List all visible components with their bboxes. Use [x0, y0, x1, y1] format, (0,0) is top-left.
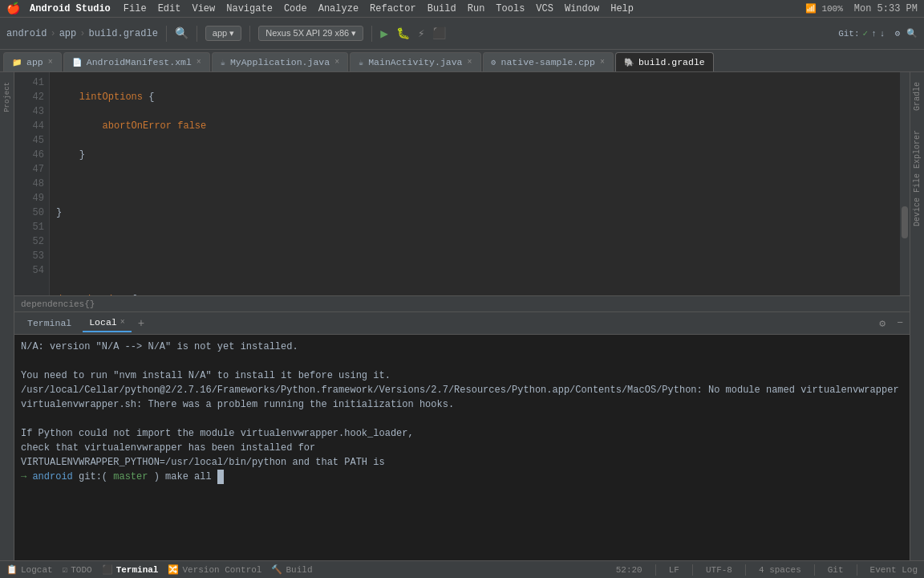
tab-nativesample[interactable]: ⚙ native-sample.cpp ×	[483, 52, 614, 71]
editor-scrollbar[interactable]	[900, 72, 910, 295]
code-line-41: lintOptions {	[56, 90, 894, 104]
menu-refactor[interactable]: Refactor	[370, 3, 416, 14]
menu-code[interactable]: Code	[284, 3, 307, 14]
code-content[interactable]: lintOptions { abortOnError false } } dep…	[50, 72, 900, 295]
search-everywhere[interactable]: 🔍	[906, 28, 918, 39]
terminal-settings-icon[interactable]: ⚙	[879, 317, 886, 330]
breadcrumb: android › app › build.gradle	[6, 28, 158, 39]
menu-analyze[interactable]: Analyze	[318, 3, 359, 14]
terminal-content[interactable]: N/A: version "N/A --> N/A" is not yet in…	[14, 335, 910, 560]
tab-app-icon: 📁	[12, 58, 22, 67]
tab-manifest-close[interactable]: ×	[197, 58, 201, 67]
terminal-minimize-icon[interactable]: −	[897, 317, 903, 329]
project-label[interactable]: Project	[3, 82, 11, 112]
version-control-button[interactable]: 🔀 Version Control	[168, 564, 261, 575]
menu-window[interactable]: Window	[565, 3, 599, 14]
structure-bar: dependencies{}	[14, 295, 910, 311]
breadcrumb-sep1: ›	[50, 28, 55, 39]
line-ending[interactable]: LF	[669, 565, 679, 575]
terminal-status-icon: ⬛	[102, 564, 113, 575]
terminal-status-label: Terminal	[116, 565, 159, 575]
menu-help[interactable]: Help	[610, 3, 634, 14]
tab-mainactivity[interactable]: ☕ MainActivity.java ×	[350, 52, 480, 71]
line-num-50: 50	[14, 206, 44, 220]
gradle-panel-label[interactable]: Gradle	[911, 72, 923, 120]
debug-button[interactable]: 🐛	[396, 26, 410, 40]
event-log-label[interactable]: Event Log	[870, 565, 918, 575]
code-line-48: dependencies {	[56, 292, 894, 295]
search-icon[interactable]: 🔍	[175, 26, 188, 40]
status-sep5	[857, 564, 857, 576]
line-num-48: 48	[14, 177, 44, 191]
code-line-42: abortOnError false	[56, 119, 894, 133]
menu-vcs[interactable]: VCS	[536, 3, 553, 14]
structure-text: dependencies{}	[21, 299, 95, 309]
run-button[interactable]: ▶	[380, 26, 388, 42]
tab-manifest-icon: 📄	[72, 58, 82, 67]
stop-button[interactable]: ⬛	[432, 26, 446, 40]
logcat-label: Logcat	[21, 565, 53, 575]
tab-mainact-label: MainActivity.java	[368, 57, 462, 67]
terminal-button[interactable]: ⬛ Terminal	[102, 564, 159, 575]
profile-button[interactable]: ⚡	[418, 26, 424, 40]
vc-label: Version Control	[182, 565, 261, 575]
tab-gradle-icon: 🐘	[624, 58, 634, 67]
todo-icon: ☑	[63, 564, 68, 575]
breadcrumb-app[interactable]: app	[59, 28, 77, 39]
device-dropdown[interactable]: Nexus 5X API 29 x86 ▾	[258, 26, 363, 41]
menu-edit[interactable]: Edit	[158, 3, 181, 14]
vcs-push[interactable]: ↓	[880, 29, 886, 39]
terminal-panel: Terminal Local × + ⚙ − N/A: version "N/A…	[14, 311, 910, 560]
menu-view[interactable]: View	[192, 3, 215, 14]
terminal-tab-label: Terminal	[21, 315, 78, 332]
settings-icon[interactable]: ⚙	[894, 28, 900, 39]
tab-buildgradle[interactable]: 🐘 build.gradle	[615, 52, 714, 71]
todo-label: TODO	[71, 565, 91, 575]
tab-myapplication[interactable]: ☕ MyApplication.java ×	[212, 52, 348, 71]
menu-file[interactable]: File	[124, 3, 147, 14]
terminal-local-close[interactable]: ×	[120, 318, 125, 327]
status-sep1	[655, 564, 656, 576]
terminal-tab-local[interactable]: Local ×	[83, 315, 132, 332]
menu-items: File Edit View Navigate Code Analyze Ref…	[124, 3, 806, 14]
toolbar: android › app › build.gradle 🔍 app ▾ Nex…	[0, 18, 924, 50]
tab-mainact-close[interactable]: ×	[468, 58, 472, 67]
encoding-label[interactable]: UTF-8	[706, 565, 732, 575]
vcs-update[interactable]: ↑	[871, 29, 877, 39]
terminal-header: Terminal Local × + ⚙ −	[14, 312, 910, 335]
menu-bar: 🍎 Android Studio File Edit View Navigate…	[0, 0, 924, 18]
term-line-3: /usr/local/Cellar/python@2/2.7.16/Framew…	[21, 383, 903, 397]
tab-app[interactable]: 📁 app ×	[3, 52, 62, 71]
device-file-explorer-label[interactable]: Device File Explorer	[911, 120, 923, 236]
tab-manifest-label: AndroidManifest.xml	[87, 57, 192, 67]
battery-icon: 100%	[821, 4, 842, 14]
toolbar-sep1	[166, 26, 167, 42]
breadcrumb-android[interactable]: android	[6, 28, 47, 39]
line-num-41: 41	[14, 75, 44, 90]
todo-button[interactable]: ☑ TODO	[63, 564, 92, 575]
breadcrumb-file[interactable]: build.gradle	[88, 28, 157, 39]
tab-myapp-close[interactable]: ×	[334, 58, 339, 67]
status-sep3	[745, 564, 746, 576]
build-button[interactable]: 🔨 Build	[271, 564, 312, 575]
term-line-blank2	[21, 412, 903, 426]
tab-native-close[interactable]: ×	[600, 58, 605, 67]
tab-androidmanifest[interactable]: 📄 AndroidManifest.xml ×	[63, 52, 210, 71]
menu-build[interactable]: Build	[428, 3, 456, 14]
vc-icon: 🔀	[168, 564, 179, 575]
term-line-prompt: → android git:( master ) make all	[21, 470, 903, 484]
terminal-add-button[interactable]: +	[138, 317, 144, 330]
line-num-43: 43	[14, 104, 44, 119]
logcat-button[interactable]: 📋 Logcat	[6, 564, 53, 575]
menu-run[interactable]: Run	[468, 3, 485, 14]
line-num-42: 42	[14, 90, 44, 104]
line-num-53: 53	[14, 249, 44, 263]
git-check[interactable]: ✓	[863, 28, 869, 39]
run-config-dropdown[interactable]: app ▾	[205, 26, 241, 41]
breadcrumb-sep2: ›	[79, 28, 85, 39]
menu-tools[interactable]: Tools	[496, 3, 525, 14]
indent-label[interactable]: 4 spaces	[759, 565, 801, 575]
tab-app-close[interactable]: ×	[48, 58, 53, 67]
menu-navigate[interactable]: Navigate	[226, 3, 273, 14]
status-sep4	[814, 564, 815, 576]
